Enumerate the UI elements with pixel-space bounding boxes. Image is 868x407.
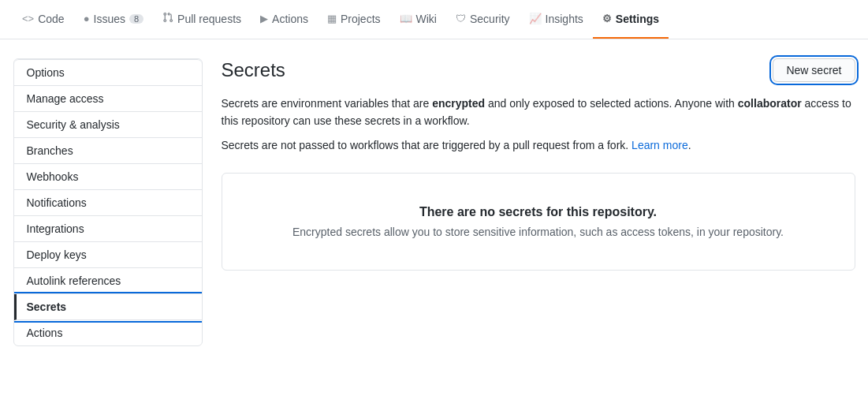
code-icon: <> (22, 13, 34, 24)
description-line-2: Secrets are not passed to workflows that… (222, 136, 855, 154)
description-line-1: Secrets are environment variables that a… (222, 95, 855, 130)
empty-state: There are no secrets for this repository… (222, 173, 855, 271)
projects-icon: ▦ (327, 13, 337, 24)
sidebar: Options Manage access Security & analysi… (13, 58, 203, 346)
page-title: Secrets (222, 59, 285, 81)
wiki-icon: 📖 (400, 13, 412, 24)
security-icon: 🛡 (456, 13, 466, 24)
collaborator-bold: collaborator (738, 97, 802, 110)
nav-item-insights[interactable]: 📈 Insights (520, 0, 593, 39)
nav-item-actions[interactable]: ▶ Actions (251, 0, 318, 39)
sidebar-item-security-analysis[interactable]: Security & analysis (14, 112, 202, 138)
empty-state-title: There are no secrets for this repository… (241, 205, 836, 219)
sidebar-menu: Options Manage access Security & analysi… (13, 58, 203, 346)
pull-request-icon (162, 12, 173, 25)
nav-item-settings[interactable]: ⚙ Settings (593, 0, 669, 39)
sidebar-item-actions[interactable]: Actions (14, 320, 202, 345)
issues-badge: 8 (129, 14, 143, 24)
layout: Options Manage access Security & analysi… (1, 39, 868, 365)
settings-icon: ⚙ (602, 13, 612, 24)
sidebar-item-secrets[interactable]: Secrets (14, 294, 202, 320)
main-content: Secrets New secret Secrets are environme… (222, 58, 855, 346)
encrypted-bold: encrypted (432, 97, 485, 110)
empty-state-text: Encrypted secrets allow you to store sen… (241, 226, 836, 238)
nav-item-projects[interactable]: ▦ Projects (318, 0, 390, 39)
actions-icon: ▶ (260, 13, 268, 24)
learn-more-link[interactable]: Learn more (631, 139, 688, 151)
nav-item-code[interactable]: <> Code (13, 0, 74, 39)
sidebar-item-autolink-references[interactable]: Autolink references (14, 268, 202, 294)
nav-item-issues[interactable]: ● Issues 8 (74, 0, 153, 39)
nav-item-wiki[interactable]: 📖 Wiki (390, 0, 446, 39)
sidebar-item-integrations[interactable]: Integrations (14, 216, 202, 242)
new-secret-button[interactable]: New secret (773, 58, 855, 82)
sidebar-item-notifications[interactable]: Notifications (14, 190, 202, 216)
sidebar-item-deploy-keys[interactable]: Deploy keys (14, 242, 202, 268)
top-nav: <> Code ● Issues 8 Pull requests ▶ Actio… (0, 0, 868, 39)
main-header: Secrets New secret (222, 58, 855, 82)
sidebar-item-branches[interactable]: Branches (14, 138, 202, 164)
sidebar-item-manage-access[interactable]: Manage access (14, 86, 202, 112)
nav-item-pull-requests[interactable]: Pull requests (153, 0, 251, 39)
issues-icon: ● (84, 13, 90, 24)
sidebar-item-options[interactable]: Options (14, 59, 202, 86)
nav-item-security[interactable]: 🛡 Security (446, 0, 520, 39)
insights-icon: 📈 (529, 13, 542, 24)
sidebar-item-webhooks[interactable]: Webhooks (14, 164, 202, 190)
